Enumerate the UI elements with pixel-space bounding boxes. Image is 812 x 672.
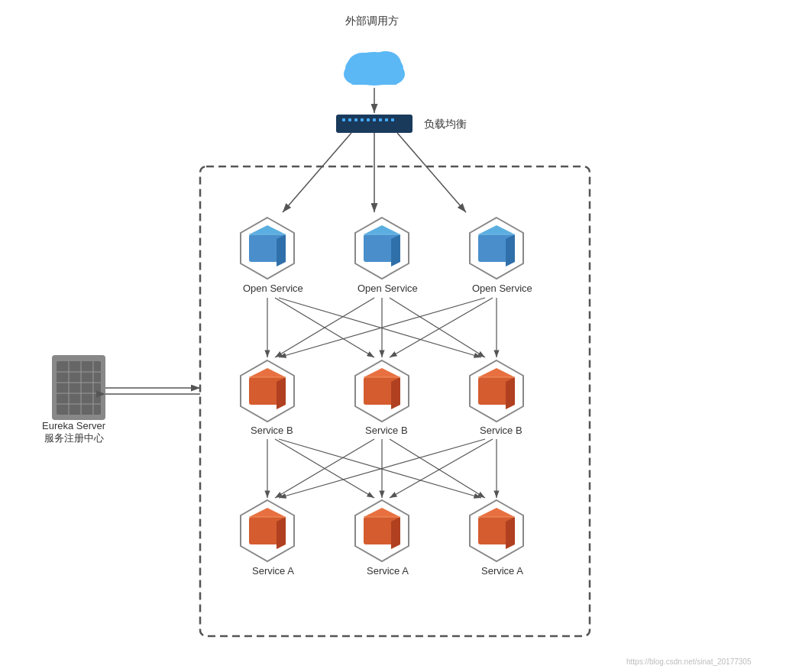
svg-marker-59 [470,360,523,422]
svg-marker-61 [478,368,515,377]
svg-text:Service A: Service A [367,565,409,577]
svg-marker-89 [506,517,515,549]
svg-marker-22 [241,218,294,279]
svg-rect-12 [361,118,364,121]
svg-rect-55 [364,377,400,405]
svg-point-1 [345,52,403,86]
svg-text:负载均衡: 负载均衡 [424,118,467,130]
svg-marker-86 [470,500,523,561]
svg-rect-14 [373,118,376,121]
svg-marker-81 [355,500,409,561]
svg-marker-52 [277,377,286,409]
svg-line-46 [279,298,485,357]
svg-marker-79 [277,517,286,549]
svg-rect-11 [354,118,357,121]
svg-line-41 [275,298,374,357]
svg-rect-95 [52,355,105,420]
svg-rect-6 [351,73,397,85]
svg-rect-60 [478,377,515,405]
svg-marker-29 [364,225,400,234]
svg-rect-13 [367,118,370,121]
svg-rect-28 [364,234,400,262]
svg-text:Open Service: Open Service [472,283,532,294]
svg-rect-96 [57,361,101,415]
svg-marker-88 [478,508,515,517]
svg-line-43 [275,298,374,357]
svg-rect-9 [342,118,345,121]
svg-line-69 [279,439,481,498]
svg-marker-32 [470,218,523,279]
svg-marker-57 [391,377,400,409]
external-caller-text: 外部调用方 [345,15,399,27]
diagram-container: 外部调用方 负载均衡 [0,0,812,672]
svg-rect-23 [249,234,286,262]
arrows-svg: 外部调用方 负载均衡 [0,0,812,672]
svg-text:Service A: Service A [481,565,523,577]
svg-line-45 [390,298,485,357]
svg-point-4 [348,53,378,77]
svg-rect-82 [364,517,400,544]
svg-marker-35 [506,234,515,267]
svg-text:Service B: Service B [365,425,408,436]
svg-marker-78 [249,508,286,517]
svg-rect-77 [249,517,286,544]
svg-rect-17 [391,118,394,121]
svg-line-68 [275,439,374,498]
svg-marker-84 [391,517,400,549]
svg-rect-16 [385,118,388,121]
svg-marker-49 [241,360,294,422]
svg-line-21 [397,133,466,212]
svg-text:Open Service: Open Service [357,283,418,294]
svg-text:Service B: Service B [251,425,293,436]
svg-marker-83 [364,508,400,517]
svg-rect-15 [379,118,382,121]
svg-marker-62 [506,377,515,409]
svg-text:Eureka Server: Eureka Server [42,420,106,431]
svg-rect-8 [336,115,412,133]
svg-line-42 [279,298,481,357]
svg-rect-94 [200,166,590,636]
svg-rect-10 [348,118,351,121]
svg-marker-56 [364,368,400,377]
svg-text:Service B: Service B [480,425,522,436]
svg-rect-33 [478,234,515,262]
svg-text:Service A: Service A [252,565,294,577]
svg-line-73 [279,439,485,498]
svg-point-3 [377,63,405,85]
svg-marker-30 [391,234,400,267]
svg-marker-34 [478,225,515,234]
svg-line-47 [390,298,493,357]
svg-marker-25 [277,234,286,267]
svg-text:服务注册中心: 服务注册中心 [44,432,104,444]
svg-line-72 [390,439,485,498]
svg-marker-51 [249,368,286,377]
svg-text:Open Service: Open Service [243,283,303,294]
svg-marker-76 [241,500,294,561]
svg-rect-87 [478,517,515,544]
svg-line-74 [390,439,493,498]
svg-marker-24 [249,225,286,234]
svg-rect-50 [249,377,286,405]
svg-text:https://blog.csdn.net/sinat_20: https://blog.csdn.net/sinat_20177305 [626,657,752,666]
svg-marker-54 [355,360,409,422]
svg-line-70 [275,439,374,498]
svg-point-2 [344,63,371,85]
svg-line-19 [283,133,351,212]
svg-point-5 [370,51,401,76]
svg-marker-27 [355,218,409,279]
